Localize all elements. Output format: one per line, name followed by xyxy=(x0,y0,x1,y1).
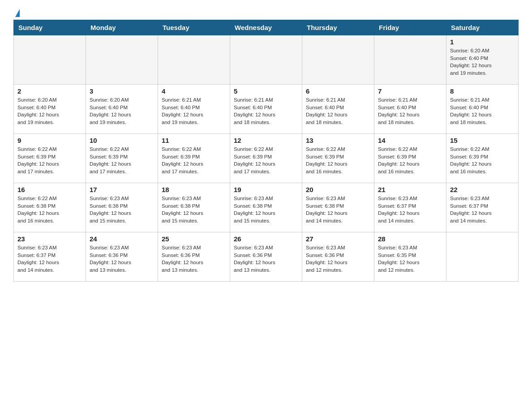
calendar-cell: 23Sunrise: 6:23 AM Sunset: 6:37 PM Dayli… xyxy=(14,232,86,282)
day-info: Sunrise: 6:22 AM Sunset: 6:39 PM Dayligh… xyxy=(306,146,370,176)
calendar-cell: 28Sunrise: 6:23 AM Sunset: 6:35 PM Dayli… xyxy=(374,232,446,282)
day-number: 11 xyxy=(162,137,226,144)
calendar-week-row: 23Sunrise: 6:23 AM Sunset: 6:37 PM Dayli… xyxy=(14,232,519,282)
calendar-cell: 18Sunrise: 6:23 AM Sunset: 6:38 PM Dayli… xyxy=(158,183,230,232)
day-number: 27 xyxy=(306,235,370,243)
day-info: Sunrise: 6:23 AM Sunset: 6:36 PM Dayligh… xyxy=(234,244,298,274)
day-number: 19 xyxy=(234,186,298,193)
calendar-cell: 21Sunrise: 6:23 AM Sunset: 6:37 PM Dayli… xyxy=(374,183,446,232)
day-number: 24 xyxy=(90,235,154,243)
day-info: Sunrise: 6:22 AM Sunset: 6:39 PM Dayligh… xyxy=(17,146,82,176)
calendar-cell: 25Sunrise: 6:23 AM Sunset: 6:36 PM Dayli… xyxy=(158,232,230,282)
calendar-cell: 19Sunrise: 6:23 AM Sunset: 6:38 PM Dayli… xyxy=(230,183,302,232)
weekday-header-friday: Friday xyxy=(374,20,446,35)
calendar-cell: 15Sunrise: 6:22 AM Sunset: 6:39 PM Dayli… xyxy=(446,134,519,183)
calendar-cell: 2Sunrise: 6:20 AM Sunset: 6:40 PM Daylig… xyxy=(14,85,86,134)
day-number: 16 xyxy=(17,186,82,193)
day-info: Sunrise: 6:20 AM Sunset: 6:40 PM Dayligh… xyxy=(17,96,82,126)
day-number: 20 xyxy=(306,186,370,193)
day-number: 13 xyxy=(306,137,370,144)
page-header xyxy=(13,9,519,15)
day-number: 2 xyxy=(17,87,82,95)
calendar-cell xyxy=(446,232,519,282)
weekday-header-wednesday: Wednesday xyxy=(230,20,302,35)
day-info: Sunrise: 6:23 AM Sunset: 6:36 PM Dayligh… xyxy=(306,244,370,274)
day-number: 15 xyxy=(450,137,515,144)
calendar-cell: 10Sunrise: 6:22 AM Sunset: 6:39 PM Dayli… xyxy=(86,134,158,183)
day-info: Sunrise: 6:21 AM Sunset: 6:40 PM Dayligh… xyxy=(450,96,515,126)
calendar-cell: 5Sunrise: 6:21 AM Sunset: 6:40 PM Daylig… xyxy=(230,85,302,134)
calendar-cell: 22Sunrise: 6:23 AM Sunset: 6:37 PM Dayli… xyxy=(446,183,519,232)
day-info: Sunrise: 6:23 AM Sunset: 6:37 PM Dayligh… xyxy=(450,195,515,225)
day-info: Sunrise: 6:23 AM Sunset: 6:36 PM Dayligh… xyxy=(162,244,226,274)
weekday-header-tuesday: Tuesday xyxy=(158,20,230,35)
day-info: Sunrise: 6:21 AM Sunset: 6:40 PM Dayligh… xyxy=(378,96,442,126)
day-number: 7 xyxy=(378,87,442,95)
calendar-week-row: 16Sunrise: 6:22 AM Sunset: 6:38 PM Dayli… xyxy=(14,183,519,232)
calendar-cell: 4Sunrise: 6:21 AM Sunset: 6:40 PM Daylig… xyxy=(158,85,230,134)
day-info: Sunrise: 6:23 AM Sunset: 6:35 PM Dayligh… xyxy=(378,244,442,274)
calendar-cell xyxy=(374,35,446,85)
day-info: Sunrise: 6:22 AM Sunset: 6:39 PM Dayligh… xyxy=(234,146,298,176)
day-info: Sunrise: 6:22 AM Sunset: 6:38 PM Dayligh… xyxy=(17,195,82,225)
day-number: 22 xyxy=(450,186,515,193)
day-info: Sunrise: 6:23 AM Sunset: 6:36 PM Dayligh… xyxy=(90,244,154,274)
calendar-cell: 16Sunrise: 6:22 AM Sunset: 6:38 PM Dayli… xyxy=(14,183,86,232)
day-info: Sunrise: 6:22 AM Sunset: 6:39 PM Dayligh… xyxy=(162,146,226,176)
calendar-cell xyxy=(158,35,230,85)
day-number: 8 xyxy=(450,87,515,95)
calendar-cell xyxy=(302,35,374,85)
day-number: 3 xyxy=(90,87,154,95)
day-info: Sunrise: 6:22 AM Sunset: 6:39 PM Dayligh… xyxy=(378,146,442,176)
calendar-cell: 17Sunrise: 6:23 AM Sunset: 6:38 PM Dayli… xyxy=(86,183,158,232)
day-info: Sunrise: 6:21 AM Sunset: 6:40 PM Dayligh… xyxy=(162,96,226,126)
logo-triangle-icon xyxy=(15,9,20,17)
day-number: 12 xyxy=(234,137,298,144)
day-number: 10 xyxy=(90,137,154,144)
calendar-cell: 8Sunrise: 6:21 AM Sunset: 6:40 PM Daylig… xyxy=(446,85,519,134)
day-info: Sunrise: 6:23 AM Sunset: 6:38 PM Dayligh… xyxy=(162,195,226,225)
calendar-cell: 13Sunrise: 6:22 AM Sunset: 6:39 PM Dayli… xyxy=(302,134,374,183)
day-info: Sunrise: 6:22 AM Sunset: 6:39 PM Dayligh… xyxy=(450,146,515,176)
calendar-cell: 11Sunrise: 6:22 AM Sunset: 6:39 PM Dayli… xyxy=(158,134,230,183)
day-info: Sunrise: 6:21 AM Sunset: 6:40 PM Dayligh… xyxy=(234,96,298,126)
calendar-cell: 20Sunrise: 6:23 AM Sunset: 6:38 PM Dayli… xyxy=(302,183,374,232)
day-info: Sunrise: 6:20 AM Sunset: 6:40 PM Dayligh… xyxy=(450,47,515,77)
calendar-week-row: 9Sunrise: 6:22 AM Sunset: 6:39 PM Daylig… xyxy=(14,134,519,183)
day-number: 18 xyxy=(162,186,226,193)
weekday-header-row: SundayMondayTuesdayWednesdayThursdayFrid… xyxy=(14,20,519,35)
day-info: Sunrise: 6:23 AM Sunset: 6:37 PM Dayligh… xyxy=(378,195,442,225)
day-number: 6 xyxy=(306,87,370,95)
calendar-cell xyxy=(86,35,158,85)
day-number: 26 xyxy=(234,235,298,243)
day-number: 14 xyxy=(378,137,442,144)
day-number: 17 xyxy=(90,186,154,193)
calendar-table: SundayMondayTuesdayWednesdayThursdayFrid… xyxy=(13,20,519,282)
weekday-header-saturday: Saturday xyxy=(446,20,519,35)
day-number: 23 xyxy=(17,235,82,243)
calendar-cell xyxy=(14,35,86,85)
calendar-cell: 14Sunrise: 6:22 AM Sunset: 6:39 PM Dayli… xyxy=(374,134,446,183)
weekday-header-sunday: Sunday xyxy=(14,20,86,35)
calendar-cell xyxy=(230,35,302,85)
calendar-week-row: 1Sunrise: 6:20 AM Sunset: 6:40 PM Daylig… xyxy=(14,35,519,85)
weekday-header-monday: Monday xyxy=(86,20,158,35)
calendar-cell: 24Sunrise: 6:23 AM Sunset: 6:36 PM Dayli… xyxy=(86,232,158,282)
day-info: Sunrise: 6:23 AM Sunset: 6:38 PM Dayligh… xyxy=(306,195,370,225)
calendar-cell: 27Sunrise: 6:23 AM Sunset: 6:36 PM Dayli… xyxy=(302,232,374,282)
logo xyxy=(13,9,21,15)
calendar-cell: 3Sunrise: 6:20 AM Sunset: 6:40 PM Daylig… xyxy=(86,85,158,134)
calendar-week-row: 2Sunrise: 6:20 AM Sunset: 6:40 PM Daylig… xyxy=(14,85,519,134)
day-info: Sunrise: 6:21 AM Sunset: 6:40 PM Dayligh… xyxy=(306,96,370,126)
day-number: 4 xyxy=(162,87,226,95)
day-number: 9 xyxy=(17,137,82,144)
calendar-cell: 9Sunrise: 6:22 AM Sunset: 6:39 PM Daylig… xyxy=(14,134,86,183)
day-info: Sunrise: 6:23 AM Sunset: 6:38 PM Dayligh… xyxy=(90,195,154,225)
day-number: 21 xyxy=(378,186,442,193)
day-info: Sunrise: 6:23 AM Sunset: 6:38 PM Dayligh… xyxy=(234,195,298,225)
day-number: 1 xyxy=(450,38,515,46)
day-info: Sunrise: 6:22 AM Sunset: 6:39 PM Dayligh… xyxy=(90,146,154,176)
calendar-cell: 12Sunrise: 6:22 AM Sunset: 6:39 PM Dayli… xyxy=(230,134,302,183)
calendar-cell: 26Sunrise: 6:23 AM Sunset: 6:36 PM Dayli… xyxy=(230,232,302,282)
day-info: Sunrise: 6:20 AM Sunset: 6:40 PM Dayligh… xyxy=(90,96,154,126)
